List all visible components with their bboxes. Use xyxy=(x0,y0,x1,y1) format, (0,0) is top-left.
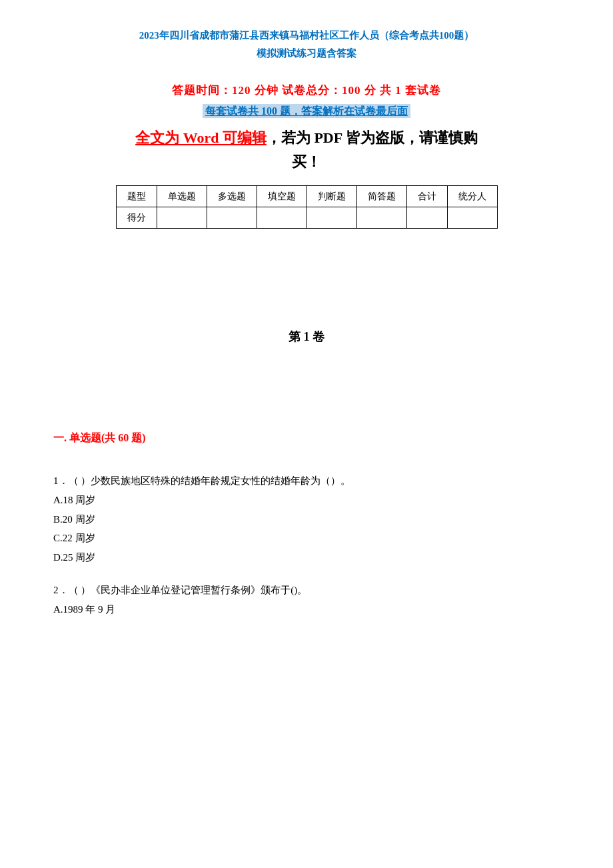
page-title: 2023年四川省成都市蒲江县西来镇马福村社区工作人员（综合考点共100题） 模拟… xyxy=(53,27,560,63)
score-multi xyxy=(207,207,257,229)
score-scorer xyxy=(447,207,497,229)
highlight-text: 每套试卷共 100 题，答案解析在试卷最后面 xyxy=(203,104,410,118)
word-row2: 买！ xyxy=(53,152,560,172)
section1-title: 一. 单选题(共 60 题) xyxy=(53,431,560,445)
word-row: 全文为 Word 可编辑，若为 PDF 皆为盗版，请谨慎购 xyxy=(53,128,560,148)
table-header-row: 题型 单选题 多选题 填空题 判断题 简答题 合计 统分人 xyxy=(116,186,497,207)
col-short: 简答题 xyxy=(356,186,406,207)
col-scorer: 统分人 xyxy=(447,186,497,207)
score-short xyxy=(356,207,406,229)
score-total xyxy=(406,207,447,229)
small-spacer1 xyxy=(53,457,560,471)
title-line1: 2023年四川省成都市蒲江县西来镇马福村社区工作人员（综合考点共100题） xyxy=(139,30,474,41)
q1-option-b: B.20 周岁 xyxy=(53,510,560,529)
score-judge xyxy=(306,207,356,229)
score-table: 题型 单选题 多选题 填空题 判断题 简答题 合计 统分人 得分 xyxy=(116,185,498,229)
score-table-wrapper: 题型 单选题 多选题 填空题 判断题 简答题 合计 统分人 得分 xyxy=(53,185,560,229)
col-total: 合计 xyxy=(406,186,447,207)
question-2-text: 2．（ ）《民办非企业单位登记管理暂行条例》颁布于()。 xyxy=(53,580,560,600)
q1-option-a: A.18 周岁 xyxy=(53,491,560,510)
q1-option-d: D.25 周岁 xyxy=(53,548,560,567)
col-multi: 多选题 xyxy=(207,186,257,207)
col-judge: 判断题 xyxy=(306,186,356,207)
q1-option-c: C.22 周岁 xyxy=(53,529,560,548)
time-score-text: 答题时间：120 分钟 试卷总分：100 分 共 1 套试卷 xyxy=(172,84,441,97)
word-part2-text: ，若为 PDF 皆为盗版，请谨慎购 xyxy=(267,129,478,146)
q2-option-a: A.1989 年 9 月 xyxy=(53,600,560,619)
score-single xyxy=(157,207,207,229)
row-label-score: 得分 xyxy=(116,207,157,229)
table-score-row: 得分 xyxy=(116,207,497,229)
col-type: 题型 xyxy=(116,186,157,207)
word-part3-text: 买！ xyxy=(292,153,321,170)
info-row: 答题时间：120 分钟 试卷总分：100 分 共 1 套试卷 xyxy=(53,83,560,98)
spacer2 xyxy=(53,378,560,418)
volume-title: 第 1 卷 xyxy=(53,329,560,345)
col-fill: 填空题 xyxy=(257,186,306,207)
title-line2: 模拟测试练习题含答案 xyxy=(257,48,356,59)
question-1-block: 1．（ ）少数民族地区特殊的结婚年龄规定女性的结婚年龄为（）。 A.18 周岁 … xyxy=(53,471,560,567)
spacer1 xyxy=(53,249,560,289)
question-2-block: 2．（ ）《民办非企业单位登记管理暂行条例》颁布于()。 A.1989 年 9 … xyxy=(53,580,560,619)
word-editable-text: 全文为 Word 可编辑 xyxy=(135,129,267,146)
col-single: 单选题 xyxy=(157,186,207,207)
score-fill xyxy=(257,207,306,229)
page-header: 2023年四川省成都市蒲江县西来镇马福村社区工作人员（综合考点共100题） 模拟… xyxy=(53,27,560,63)
highlight-row: 每套试卷共 100 题，答案解析在试卷最后面 xyxy=(53,105,560,119)
question-1-text: 1．（ ）少数民族地区特殊的结婚年龄规定女性的结婚年龄为（）。 xyxy=(53,471,560,491)
